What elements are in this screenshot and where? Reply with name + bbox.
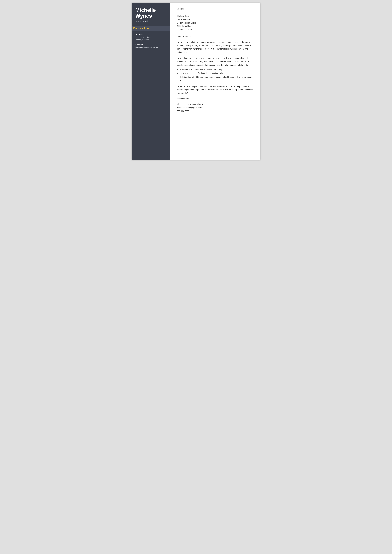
recipient-address2: Marion, IL 62959	[177, 28, 254, 31]
salutation: Dear Ms. Ratcliff,	[177, 36, 254, 38]
applicant-name: Michelle Wynes	[135, 7, 167, 19]
main-content: 12/09/19 Chelsey Ratcliff Office Manager…	[170, 3, 260, 159]
sig-phone: 773-914-7965	[177, 110, 254, 113]
bullet-item-2: Wrote daily reports of shifts using MS O…	[180, 72, 254, 75]
sig-name: Michelle Wynes, Receptionist	[177, 103, 254, 106]
address-value: 4884 Holden Street Marion, IL 62959	[135, 36, 167, 41]
recipient-address1: 2804 Davis Court	[177, 25, 254, 28]
linkedin-label: LinkedIn	[135, 43, 167, 45]
paragraph-2-block: I'm very interested in beginning a caree…	[177, 57, 254, 82]
signature-block: Michelle Wynes, Receptionist michellezwy…	[177, 103, 254, 113]
address-label: Address	[135, 33, 167, 35]
recipient-block: Chelsey Ratcliff Office Manager Morton M…	[177, 14, 254, 31]
sig-email: michellezwynes@gmail.com	[177, 106, 254, 110]
document: Michelle Wynes Receptionist Personal Inf…	[132, 3, 260, 159]
paragraph-2-intro: I'm very interested in beginning a caree…	[177, 57, 250, 66]
letter-date: 12/09/19	[177, 8, 254, 10]
closing: Best Regards,	[177, 97, 254, 100]
personal-info-section-title: Personal Info	[132, 26, 170, 31]
accomplishments-list: Answered 10+ phone calls from customers …	[180, 68, 254, 82]
paragraph-1: I'm excited to apply for the receptionis…	[177, 41, 254, 54]
bullet-item-1: Answered 10+ phone calls from customers …	[180, 68, 254, 71]
bullet-item-3: Collaborated with 30+ team members to su…	[180, 76, 254, 82]
recipient-company: Morton Medical Clinic	[177, 21, 254, 25]
linkedin-value: linkedin.com/michellezwynes	[135, 46, 167, 49]
recipient-role: Office Manager	[177, 18, 254, 21]
paragraph-3: I'm excited to show you how my efficienc…	[177, 85, 254, 95]
recipient-name: Chelsey Ratcliff	[177, 14, 254, 18]
sidebar: Michelle Wynes Receptionist Personal Inf…	[132, 3, 170, 159]
applicant-title: Receptionist	[135, 20, 167, 22]
